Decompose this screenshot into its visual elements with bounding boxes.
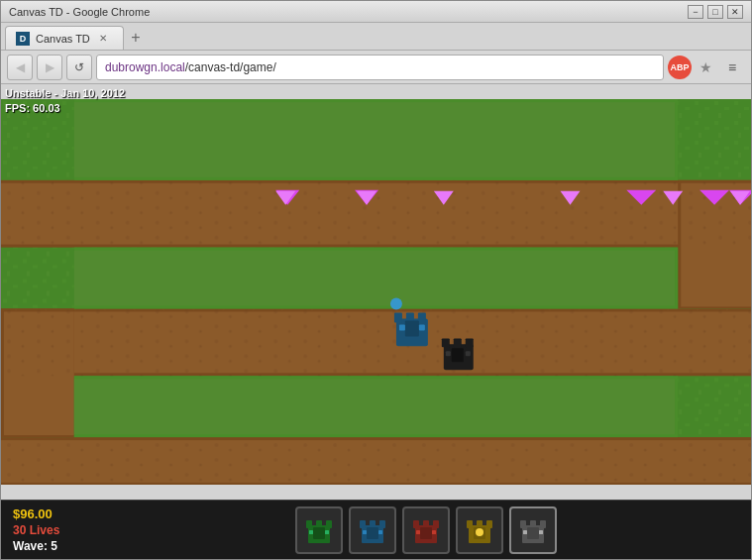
svg-rect-66 [379,520,385,528]
maximize-button[interactable]: □ [707,5,723,19]
svg-rect-47 [419,324,425,330]
svg-rect-73 [433,520,439,528]
game-info-overlay: Unstable - Jan 10, 2012 FPS: 60.03 [5,86,125,117]
browser-window: Canvas TD - Google Chrome − □ ✕ D Canvas… [0,0,752,560]
address-bar[interactable]: dubrowgn.local/canvas-td/game/ [96,55,664,80]
svg-rect-76 [432,530,436,534]
svg-rect-87 [527,527,539,539]
game-canvas[interactable] [1,84,751,500]
game-area[interactable]: Unstable - Jan 10, 2012 FPS: 60.03 [1,84,751,500]
title-bar: Canvas TD - Google Chrome − □ ✕ [1,1,751,23]
url-path: /canvas-td/game/ [185,60,276,74]
svg-rect-64 [360,520,366,528]
svg-rect-44 [418,312,426,322]
svg-rect-19 [74,251,675,306]
svg-rect-21 [74,379,675,434]
lives-display: 30 Lives [13,523,112,537]
url-scheme: dubrowgn.local [105,60,185,74]
money-display: $96.00 [13,506,112,521]
svg-rect-55 [466,351,471,356]
svg-rect-42 [394,312,402,322]
svg-rect-84 [520,520,526,528]
forward-button[interactable]: ▶ [37,55,62,80]
svg-rect-25 [1,437,751,485]
svg-rect-78 [467,520,473,528]
game-stats: $96.00 30 Lives Wave: 5 [13,506,112,553]
svg-rect-88 [523,530,527,534]
svg-rect-85 [530,520,536,528]
svg-rect-60 [313,527,325,539]
back-button[interactable]: ◀ [7,55,33,80]
fps-label: FPS: 60.03 [5,101,125,116]
svg-rect-65 [370,520,376,528]
svg-rect-59 [326,520,332,528]
tab-bar: D Canvas TD ✕ + [1,23,751,51]
svg-rect-67 [367,527,378,539]
svg-rect-52 [466,338,474,347]
svg-rect-72 [423,520,429,528]
svg-rect-89 [539,530,543,534]
svg-point-48 [390,297,402,309]
tab-close-button[interactable]: ✕ [96,32,110,46]
svg-rect-50 [442,338,450,347]
tab-favicon: D [16,32,30,46]
yellow-tower-button[interactable] [456,506,503,554]
wave-display: Wave: 5 [13,539,112,553]
svg-rect-86 [540,520,546,528]
svg-rect-54 [446,351,451,356]
active-tab[interactable]: D Canvas TD ✕ [5,26,124,50]
svg-rect-61 [309,530,313,534]
minimize-button[interactable]: − [688,5,703,19]
svg-rect-71 [413,520,419,528]
svg-point-82 [476,528,483,536]
status-bar: $96.00 30 Lives Wave: 5 [1,500,751,559]
svg-rect-69 [378,530,382,534]
svg-rect-46 [399,324,405,330]
bookmark-button[interactable]: ★ [696,57,715,77]
menu-button[interactable]: ≡ [719,55,745,80]
title-bar-text: Canvas TD - Google Chrome [9,6,150,18]
svg-rect-75 [416,530,420,534]
close-button[interactable]: ✕ [727,5,743,19]
blue-tower-button[interactable] [349,506,396,554]
tab-label: Canvas TD [36,33,90,45]
svg-rect-79 [477,520,483,528]
svg-rect-24 [1,308,751,376]
svg-rect-74 [420,527,432,539]
version-label: Unstable - Jan 10, 2012 [5,86,125,101]
refresh-button[interactable]: ↺ [66,55,92,80]
svg-rect-51 [454,338,462,347]
red-tower-button[interactable] [402,506,450,554]
svg-rect-62 [325,530,329,534]
svg-rect-17 [74,102,675,177]
tower-buttons [295,506,557,554]
new-tab-button[interactable]: + [124,26,148,50]
svg-rect-53 [452,348,464,362]
svg-rect-68 [363,530,367,534]
window-controls: − □ ✕ [688,5,743,19]
green-tower-button[interactable] [295,506,343,554]
white-tower-button[interactable] [509,506,557,554]
svg-rect-45 [405,320,419,336]
nav-bar: ◀ ▶ ↺ dubrowgn.local/canvas-td/game/ ABP… [1,51,751,84]
svg-rect-58 [316,520,322,528]
svg-rect-57 [306,520,312,528]
svg-rect-80 [486,520,492,528]
adblock-button[interactable]: ABP [668,56,692,79]
